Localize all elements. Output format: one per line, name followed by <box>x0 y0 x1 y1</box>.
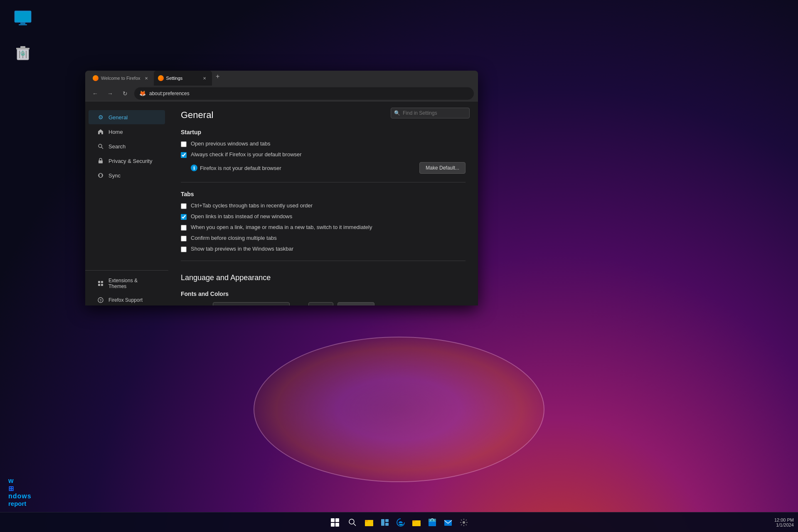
sidebar-support-label: Firefox Support <box>108 297 143 303</box>
svg-line-20 <box>354 524 356 526</box>
general-icon: ⚙ <box>97 113 104 121</box>
find-search-icon: 🔍 <box>394 110 400 116</box>
settings-main: 🔍 General Startup Open previous windows … <box>168 101 478 305</box>
tab-settings[interactable]: Settings ✕ <box>154 71 212 86</box>
always-check-label: Always check if Firefox is your default … <box>191 151 302 158</box>
taskbar-store[interactable] <box>426 516 439 529</box>
url-text: about:preferences <box>149 91 190 96</box>
windows-report-line1: w⊞ndows <box>8 477 32 500</box>
find-in-settings: 🔍 <box>391 108 470 118</box>
svg-point-33 <box>463 521 465 524</box>
tab-settings-close[interactable]: ✕ <box>201 75 208 81</box>
browser-titlebar: Welcome to Firefox ✕ Settings ✕ + <box>85 71 478 86</box>
svg-rect-6 <box>20 46 25 48</box>
confirm-close-checkbox[interactable] <box>181 236 187 241</box>
switch-new-tab-checkbox[interactable] <box>181 225 187 231</box>
browser-content: ⚙ General Home Search <box>85 101 478 305</box>
svg-rect-15 <box>98 284 100 286</box>
tab-previews-item: Show tab previews in the Windows taskbar <box>181 246 466 252</box>
taskbar-mail[interactable] <box>441 516 455 529</box>
make-default-button[interactable]: Make Default... <box>419 162 466 174</box>
browser-tabs: Welcome to Firefox ✕ Settings ✕ + <box>89 71 475 86</box>
firefox-tab-icon <box>93 75 99 81</box>
svg-rect-1 <box>15 12 30 22</box>
taskbar-edge[interactable] <box>394 516 407 529</box>
sync-icon <box>97 172 104 179</box>
sidebar-item-privacy[interactable]: Privacy & Security <box>89 154 165 168</box>
open-links-label: Open links in tabs instead of new window… <box>191 213 292 219</box>
svg-rect-30 <box>429 521 436 526</box>
sidebar-item-search[interactable]: Search <box>89 139 165 153</box>
desktop-icon-monitor[interactable] <box>8 8 37 30</box>
monitor-icon <box>13 8 33 28</box>
address-bar[interactable]: 🦊 about:preferences <box>134 87 474 100</box>
always-check-checkbox[interactable] <box>181 152 187 158</box>
svg-rect-28 <box>412 522 421 526</box>
size-label: Size <box>294 305 304 306</box>
sidebar-general-label: General <box>108 114 128 121</box>
open-links-checkbox[interactable] <box>181 214 187 220</box>
forward-button[interactable]: → <box>104 88 116 99</box>
svg-line-11 <box>101 147 103 149</box>
ctrl-tab-checkbox[interactable] <box>181 203 187 209</box>
tabs-title: Tabs <box>181 191 466 197</box>
fonts-row: Default font Default (Times New Roman) S… <box>181 302 466 305</box>
start-button[interactable] <box>328 515 342 530</box>
recycle-bin-icon <box>13 42 33 62</box>
taskbar-file-manager[interactable] <box>378 516 392 529</box>
svg-rect-3 <box>19 24 27 25</box>
always-check-item: Always check if Firefox is your default … <box>181 151 466 158</box>
settings-sidebar: ⚙ General Home Search <box>85 101 168 305</box>
sidebar-extensions-label: Extensions & Themes <box>108 278 157 289</box>
tab-welcome[interactable]: Welcome to Firefox ✕ <box>89 71 154 86</box>
switch-new-tab-item: When you open a link, image or media in … <box>181 224 466 231</box>
sidebar-item-sync[interactable]: Sync <box>89 168 165 182</box>
search-nav-icon <box>97 143 104 150</box>
taskbar-folder[interactable] <box>410 516 423 529</box>
svg-rect-16 <box>101 284 103 286</box>
windows-report-logo: w⊞ndows report <box>8 477 32 507</box>
svg-rect-23 <box>368 520 373 522</box>
svg-rect-31 <box>429 519 436 522</box>
sidebar-item-general[interactable]: ⚙ General <box>89 110 165 124</box>
sidebar-item-home[interactable]: Home <box>89 125 165 139</box>
taskbar-settings[interactable] <box>457 516 470 529</box>
desktop-icons <box>8 8 37 64</box>
language-appearance-title: Language and Appearance <box>181 269 466 282</box>
sidebar-home-label: Home <box>108 129 123 135</box>
taskbar-time: 12:00 PM <box>774 517 794 522</box>
tab-previews-checkbox[interactable] <box>181 246 187 252</box>
startup-title: Startup <box>181 129 466 135</box>
svg-point-10 <box>99 144 102 148</box>
default-font-select[interactable]: Default (Times New Roman) <box>213 302 290 305</box>
new-tab-button[interactable]: + <box>212 71 224 82</box>
divider-startup-tabs <box>181 182 466 182</box>
browser-toolbar: ← → ↻ 🦊 about:preferences <box>85 86 478 101</box>
tab-previews-label: Show tab previews in the Windows taskbar <box>191 246 293 252</box>
taskbar-search-button[interactable] <box>345 515 360 530</box>
info-icon: ℹ <box>191 165 197 171</box>
svg-rect-32 <box>444 520 452 526</box>
ctrl-tab-label: Ctrl+Tab cycles through tabs in recently… <box>191 202 313 209</box>
tab-welcome-close[interactable]: ✕ <box>143 75 150 81</box>
refresh-button[interactable]: ↻ <box>119 88 131 99</box>
taskbar-file-explorer[interactable] <box>362 516 376 529</box>
sidebar-item-support[interactable]: ? Firefox Support <box>89 293 165 305</box>
open-previous-checkbox[interactable] <box>181 141 187 147</box>
sidebar-item-extensions[interactable]: Extensions & Themes <box>89 274 165 293</box>
find-input[interactable] <box>391 108 470 118</box>
settings-tab-icon <box>158 75 164 81</box>
desktop-icon-recycle-bin[interactable] <box>8 42 37 64</box>
sidebar-search-label: Search <box>108 143 126 150</box>
home-icon <box>97 128 104 135</box>
open-links-item: Open links in tabs instead of new window… <box>181 213 466 220</box>
windows-logo <box>331 518 339 527</box>
advanced-button[interactable]: Advanced... <box>337 302 374 305</box>
not-default-text: ℹ Firefox is not your default browser <box>191 165 281 171</box>
svg-rect-2 <box>20 22 25 24</box>
extensions-icon <box>97 280 104 287</box>
svg-rect-12 <box>99 160 103 163</box>
fonts-colors-title: Fonts and Colors <box>181 291 466 297</box>
back-button[interactable]: ← <box>89 88 101 99</box>
size-select[interactable]: 16 <box>308 302 333 305</box>
